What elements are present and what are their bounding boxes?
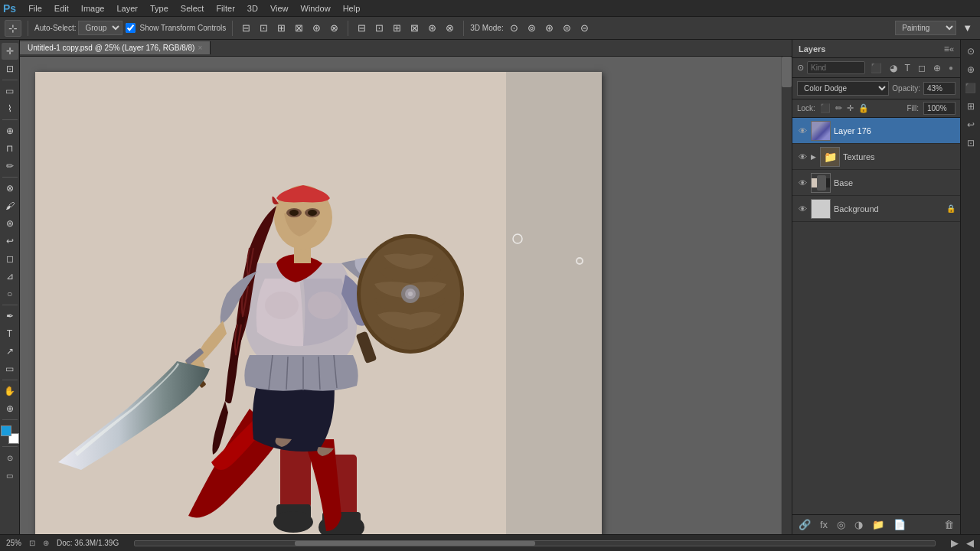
spot-healing-tool[interactable]: ⊗	[2, 180, 18, 197]
filter-shape-btn[interactable]: ◻	[916, 62, 928, 74]
quick-select-tool[interactable]: ⊕	[2, 122, 18, 139]
foreground-color-swatch[interactable]	[1, 425, 11, 436]
zoom-controls-btn[interactable]: ⊡	[29, 539, 35, 547]
menu-3d[interactable]: 3D	[241, 2, 264, 15]
3d-btn4[interactable]: ⊜	[560, 21, 574, 34]
textures-expand-arrow[interactable]: ▶	[811, 153, 816, 161]
dist-btn4[interactable]: ⊠	[407, 21, 422, 34]
align-left-btn[interactable]: ⊟	[239, 21, 253, 34]
layers-panel-menu-btn[interactable]: ≡	[944, 44, 949, 54]
screen-arrange-btn[interactable]: ⊛	[43, 539, 49, 547]
layer-item-textures[interactable]: 👁 ▶ 📁 Textures	[792, 144, 960, 170]
background-visibility-eye[interactable]: 👁	[797, 204, 808, 214]
quick-mask-btn[interactable]: ⊙	[2, 449, 18, 466]
blend-mode-dropdown[interactable]: Color Dodge Normal Multiply Screen Overl…	[797, 81, 889, 96]
menu-filter[interactable]: Filter	[210, 2, 240, 15]
lasso-tool[interactable]: ⌇	[2, 100, 18, 117]
gradient-tool[interactable]: ⊿	[2, 268, 18, 285]
layers-filter-input[interactable]	[807, 61, 865, 74]
vscroll-thumb[interactable]	[782, 57, 792, 87]
screen-mode-btn[interactable]: ▭	[2, 467, 18, 484]
canvas-vertical-scrollbar[interactable]	[781, 57, 792, 534]
timeline-start-btn[interactable]: ▶	[951, 537, 959, 549]
opacity-input[interactable]	[923, 82, 956, 95]
menu-view[interactable]: View	[264, 2, 295, 15]
filter-smart-btn[interactable]: ⊕	[931, 62, 943, 74]
align-right-btn[interactable]: ⊞	[274, 21, 289, 34]
workspace-settings-btn[interactable]: ▼	[959, 21, 975, 34]
hand-tool[interactable]: ✋	[2, 383, 18, 399]
filter-pixel-btn[interactable]: ⬛	[868, 62, 884, 74]
stamp-tool[interactable]: ⊛	[2, 215, 18, 232]
filter-toggle-btn[interactable]: ●	[946, 63, 956, 73]
rectangle-tool[interactable]: ▭	[2, 360, 18, 377]
dist-btn3[interactable]: ⊞	[390, 21, 404, 34]
3d-btn2[interactable]: ⊚	[524, 21, 539, 34]
menu-image[interactable]: Image	[75, 2, 111, 15]
color-swatches[interactable]	[1, 425, 19, 444]
align-center-v-btn[interactable]: ⊛	[309, 21, 324, 34]
pen-tool[interactable]: ✒	[2, 308, 18, 324]
history-brush-tool[interactable]: ↩	[2, 233, 18, 249]
dodge-tool[interactable]: ○	[2, 285, 18, 302]
filter-adjust-btn[interactable]: ◕	[887, 62, 900, 74]
align-bottom-btn[interactable]: ⊗	[327, 21, 341, 34]
dist-btn5[interactable]: ⊛	[425, 21, 439, 34]
3d-btn1[interactable]: ⊙	[507, 21, 521, 34]
dist-v-btn[interactable]: ⊡	[372, 21, 387, 34]
far-right-btn-5[interactable]: ↩	[962, 116, 979, 133]
far-right-btn-4[interactable]: ⊞	[962, 98, 979, 115]
far-right-btn-1[interactable]: ⊙	[962, 43, 979, 60]
tool-options-icon[interactable]: ⊹	[5, 20, 21, 37]
auto-select-dropdown[interactable]: Group Layer	[78, 21, 122, 35]
3d-btn3[interactable]: ⊛	[542, 21, 557, 34]
crop-tool[interactable]: ⊓	[2, 140, 18, 157]
base-visibility-eye[interactable]: 👁	[797, 178, 808, 188]
show-transform-checkbox[interactable]	[126, 23, 136, 33]
artboard-tool[interactable]: ⊡	[2, 60, 18, 77]
horizontal-scrollbar[interactable]	[134, 540, 936, 546]
path-select-tool[interactable]: ↗	[2, 343, 18, 360]
fill-input[interactable]	[923, 102, 956, 115]
align-center-h-btn[interactable]: ⊡	[256, 21, 271, 34]
far-right-btn-2[interactable]: ⊕	[962, 61, 979, 78]
lock-paint-btn[interactable]: ✏	[835, 103, 842, 113]
delete-layer-btn[interactable]: 🗑	[941, 517, 957, 532]
dist-h-btn[interactable]: ⊟	[354, 21, 369, 34]
layer-item-base[interactable]: 👁 Base	[792, 170, 960, 196]
layer176-visibility-eye[interactable]: 👁	[797, 126, 808, 136]
menu-window[interactable]: Window	[295, 2, 337, 15]
textures-visibility-eye[interactable]: 👁	[797, 152, 808, 162]
align-top-btn[interactable]: ⊠	[292, 21, 306, 34]
rectangular-marquee-tool[interactable]: ▭	[2, 83, 18, 99]
far-right-btn-3[interactable]: ⬛	[962, 80, 979, 96]
new-fill-layer-btn[interactable]: ◑	[851, 517, 866, 532]
menu-edit[interactable]: Edit	[48, 2, 75, 15]
layer-item-background[interactable]: 👁 Background 🔒	[792, 196, 960, 222]
zoom-tool[interactable]: ⊕	[2, 400, 18, 417]
move-tool[interactable]: ✛	[2, 43, 18, 60]
layer-effects-btn[interactable]: fx	[817, 517, 831, 532]
menu-file[interactable]: File	[22, 2, 48, 15]
eyedropper-tool[interactable]: ✏	[2, 158, 18, 174]
new-layer-btn[interactable]: 📄	[890, 517, 909, 532]
far-right-btn-6[interactable]: ⊡	[962, 135, 979, 152]
layers-panel-collapse-btn[interactable]: «	[949, 44, 954, 54]
3d-btn5[interactable]: ⊝	[577, 21, 592, 34]
filter-type-btn[interactable]: T	[903, 62, 913, 74]
dist-btn6[interactable]: ⊗	[443, 21, 457, 34]
menu-layer[interactable]: Layer	[110, 2, 144, 15]
lock-all-btn[interactable]: 🔒	[858, 103, 869, 113]
menu-type[interactable]: Type	[144, 2, 175, 15]
brush-tool[interactable]: 🖌	[2, 197, 18, 214]
workspace-dropdown[interactable]: Painting	[895, 21, 956, 35]
new-group-btn[interactable]: 📁	[869, 517, 887, 532]
tab-close-btn[interactable]: ×	[198, 44, 202, 52]
menu-help[interactable]: Help	[337, 2, 367, 15]
layer-mask-btn[interactable]: ◎	[834, 517, 848, 532]
hscroll-thumb[interactable]	[295, 541, 534, 546]
text-tool[interactable]: T	[2, 325, 18, 342]
menu-select[interactable]: Select	[175, 2, 211, 15]
document-tab[interactable]: Untitled-1 copy.psd @ 25% (Layer 176, RG…	[20, 41, 211, 54]
link-layers-btn[interactable]: 🔗	[795, 517, 814, 532]
